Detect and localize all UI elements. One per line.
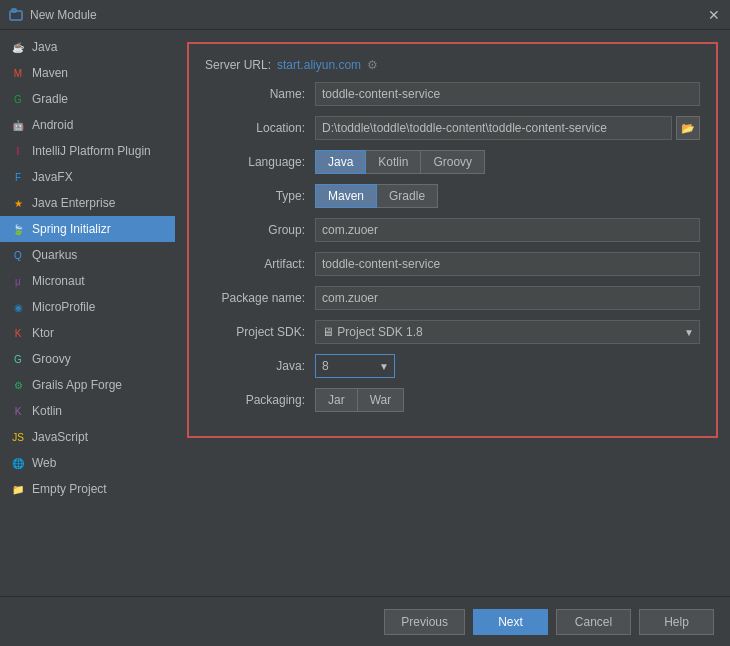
sidebar-icon-javascript: JS xyxy=(10,429,26,445)
sidebar-icon-micronaut: μ xyxy=(10,273,26,289)
sidebar-icon-grails: ⚙ xyxy=(10,377,26,393)
artifact-row: Artifact: xyxy=(205,252,700,276)
sidebar-item-microprofile[interactable]: ◉ MicroProfile xyxy=(0,294,175,320)
sidebar-label-quarkus: Quarkus xyxy=(32,248,77,262)
group-input[interactable] xyxy=(315,218,700,242)
sidebar-icon-android: 🤖 xyxy=(10,117,26,133)
sidebar-item-groovy[interactable]: G Groovy xyxy=(0,346,175,372)
packaging-toggle-group: JarWar xyxy=(315,388,404,412)
sidebar-item-javafx[interactable]: F JavaFX xyxy=(0,164,175,190)
server-url-label: Server URL: xyxy=(205,58,271,72)
sidebar-label-java: Java xyxy=(32,40,57,54)
sidebar-item-kotlin[interactable]: K Kotlin xyxy=(0,398,175,424)
sidebar: ☕ Java M Maven G Gradle 🤖 Android I Inte… xyxy=(0,30,175,596)
sidebar-item-gradle[interactable]: G Gradle xyxy=(0,86,175,112)
name-row: Name: xyxy=(205,82,700,106)
sidebar-item-enterprise[interactable]: ★ Java Enterprise xyxy=(0,190,175,216)
language-btn-kotlin[interactable]: Kotlin xyxy=(366,150,421,174)
java-label: Java: xyxy=(205,359,315,373)
sidebar-item-intellij[interactable]: I IntelliJ Platform Plugin xyxy=(0,138,175,164)
sidebar-item-spring[interactable]: 🍃 Spring Initializr xyxy=(0,216,175,242)
sidebar-item-ktor[interactable]: K Ktor xyxy=(0,320,175,346)
location-field: 📂 xyxy=(315,116,700,140)
sidebar-icon-ktor: K xyxy=(10,325,26,341)
type-btn-maven[interactable]: Maven xyxy=(315,184,377,208)
artifact-field xyxy=(315,252,700,276)
sidebar-item-grails[interactable]: ⚙ Grails App Forge xyxy=(0,372,175,398)
packaging-row: Packaging: JarWar xyxy=(205,388,700,412)
language-row: Language: JavaKotlinGroovy xyxy=(205,150,700,174)
sidebar-label-microprofile: MicroProfile xyxy=(32,300,95,314)
sidebar-label-gradle: Gradle xyxy=(32,92,68,106)
settings-icon[interactable]: ⚙ xyxy=(367,58,378,72)
group-label: Group: xyxy=(205,223,315,237)
sidebar-label-spring: Spring Initializr xyxy=(32,222,111,236)
type-toggle-group: MavenGradle xyxy=(315,184,438,208)
sidebar-icon-maven: M xyxy=(10,65,26,81)
cancel-button[interactable]: Cancel xyxy=(556,609,631,635)
sidebar-icon-empty: 📁 xyxy=(10,481,26,497)
artifact-input[interactable] xyxy=(315,252,700,276)
next-button[interactable]: Next xyxy=(473,609,548,635)
sidebar-label-grails: Grails App Forge xyxy=(32,378,122,392)
package-name-label: Package name: xyxy=(205,291,315,305)
close-button[interactable]: ✕ xyxy=(706,7,722,23)
sidebar-icon-intellij: I xyxy=(10,143,26,159)
package-name-field xyxy=(315,286,700,310)
server-url-row: Server URL: start.aliyun.com ⚙ xyxy=(205,58,700,72)
packaging-label: Packaging: xyxy=(205,393,315,407)
package-name-input[interactable] xyxy=(315,286,700,310)
folder-browse-button[interactable]: 📂 xyxy=(676,116,700,140)
group-row: Group: xyxy=(205,218,700,242)
sidebar-item-maven[interactable]: M Maven xyxy=(0,60,175,86)
content-area: ☕ Java M Maven G Gradle 🤖 Android I Inte… xyxy=(0,30,730,596)
sidebar-item-empty[interactable]: 📁 Empty Project xyxy=(0,476,175,502)
language-btn-java[interactable]: Java xyxy=(315,150,366,174)
help-button[interactable]: Help xyxy=(639,609,714,635)
sidebar-item-android[interactable]: 🤖 Android xyxy=(0,112,175,138)
sidebar-icon-kotlin: K xyxy=(10,403,26,419)
sidebar-label-maven: Maven xyxy=(32,66,68,80)
packaging-btn-jar[interactable]: Jar xyxy=(315,388,358,412)
sidebar-icon-microprofile: ◉ xyxy=(10,299,26,315)
language-btn-groovy[interactable]: Groovy xyxy=(421,150,485,174)
java-version-select[interactable]: 8111721 xyxy=(315,354,395,378)
sidebar-item-micronaut[interactable]: μ Micronaut xyxy=(0,268,175,294)
packaging-btn-war[interactable]: War xyxy=(358,388,405,412)
sidebar-label-intellij: IntelliJ Platform Plugin xyxy=(32,144,151,158)
java-row: Java: 8111721 ▼ xyxy=(205,354,700,378)
language-toggle-group: JavaKotlinGroovy xyxy=(315,150,485,174)
sidebar-icon-javafx: F xyxy=(10,169,26,185)
server-url-link[interactable]: start.aliyun.com xyxy=(277,58,361,72)
sidebar-item-javascript[interactable]: JS JavaScript xyxy=(0,424,175,450)
sidebar-item-java[interactable]: ☕ Java xyxy=(0,34,175,60)
language-label: Language: xyxy=(205,155,315,169)
form-container: Server URL: start.aliyun.com ⚙ Name: Loc… xyxy=(187,42,718,438)
sidebar-item-quarkus[interactable]: Q Quarkus xyxy=(0,242,175,268)
title-bar-icon xyxy=(8,7,24,23)
sidebar-icon-quarkus: Q xyxy=(10,247,26,263)
name-input[interactable] xyxy=(315,82,700,106)
sidebar-label-groovy: Groovy xyxy=(32,352,71,366)
sidebar-icon-groovy: G xyxy=(10,351,26,367)
java-version-wrapper: 8111721 ▼ xyxy=(315,354,395,378)
sidebar-label-javafx: JavaFX xyxy=(32,170,73,184)
sidebar-icon-gradle: G xyxy=(10,91,26,107)
sidebar-icon-java: ☕ xyxy=(10,39,26,55)
title-bar-text: New Module xyxy=(30,8,706,22)
main-panel: Server URL: start.aliyun.com ⚙ Name: Loc… xyxy=(175,30,730,596)
project-sdk-select[interactable]: 🖥 Project SDK 1.8 xyxy=(315,320,700,344)
sidebar-icon-spring: 🍃 xyxy=(10,221,26,237)
artifact-label: Artifact: xyxy=(205,257,315,271)
new-module-dialog: New Module ✕ ☕ Java M Maven G Gradle 🤖 A… xyxy=(0,0,730,646)
name-label: Name: xyxy=(205,87,315,101)
name-field xyxy=(315,82,700,106)
title-bar: New Module ✕ xyxy=(0,0,730,30)
type-btn-gradle[interactable]: Gradle xyxy=(377,184,438,208)
type-label: Type: xyxy=(205,189,315,203)
location-input[interactable] xyxy=(315,116,672,140)
type-row: Type: MavenGradle xyxy=(205,184,700,208)
sidebar-item-web[interactable]: 🌐 Web xyxy=(0,450,175,476)
package-name-row: Package name: xyxy=(205,286,700,310)
previous-button[interactable]: Previous xyxy=(384,609,465,635)
